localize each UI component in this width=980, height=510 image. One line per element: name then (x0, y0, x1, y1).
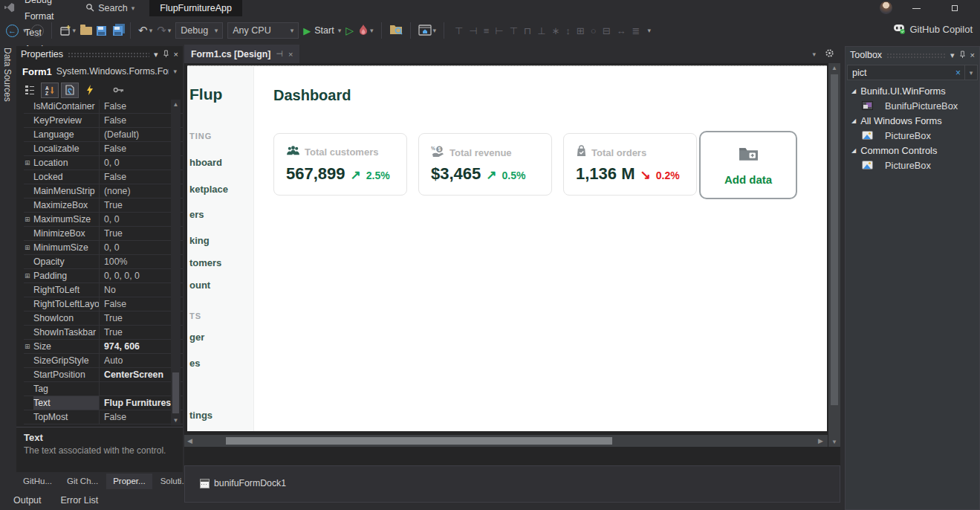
property-name[interactable]: SizeGripStyle (33, 354, 100, 367)
selected-object-row[interactable]: Form1 System.Windows.Forms.Form ▾ (16, 62, 183, 80)
property-row-KeyPreview[interactable]: KeyPreviewFalse (24, 114, 183, 128)
property-name[interactable]: Language (33, 128, 100, 141)
start-without-debugging-button[interactable]: ▷ (345, 25, 354, 36)
expander-icon[interactable]: ⊞ (24, 343, 33, 350)
undo-button[interactable]: ↶▾ (138, 24, 152, 37)
find-in-files-icon[interactable] (389, 24, 403, 38)
property-name[interactable]: IsMdiContainer (33, 100, 100, 113)
property-row-Size[interactable]: ⊞Size974, 606 (24, 340, 183, 354)
expander-icon[interactable]: ⊞ (24, 159, 33, 167)
categorized-icon[interactable] (21, 83, 39, 98)
property-row-RightToLeft[interactable]: RightToLeftNo (24, 283, 183, 297)
property-name[interactable]: MaximizeBox (33, 198, 100, 212)
scrollbar-thumb[interactable] (172, 372, 179, 413)
component-tray-item[interactable]: bunifuFormDock1 (200, 478, 286, 488)
window-position-icon[interactable]: ▾ (154, 50, 158, 59)
property-row-Tag[interactable]: Tag (24, 382, 183, 396)
property-name[interactable]: Location (33, 156, 100, 170)
save-button[interactable] (97, 26, 106, 36)
tab-close-icon[interactable]: × (288, 50, 293, 59)
designer-vertical-scrollbar[interactable]: ▲ ▼ (828, 63, 840, 447)
expander-icon[interactable]: ⊞ (24, 216, 33, 223)
sidebar-item-1[interactable]: hboard (189, 157, 222, 168)
scrollbar-thumb[interactable] (831, 74, 838, 405)
property-name[interactable]: KeyPreview (33, 114, 100, 127)
stat-card-0[interactable]: Total customers567,899↗2.5% (273, 133, 407, 196)
property-name[interactable]: Size (33, 340, 100, 353)
save-all-button[interactable] (113, 26, 123, 36)
property-name[interactable]: Locked (33, 170, 100, 184)
panel-tab-proper[interactable]: Proper... (106, 474, 152, 489)
property-name[interactable]: ShowInTaskbar (33, 326, 100, 339)
gear-icon[interactable] (825, 48, 834, 60)
panel-tab-githu[interactable]: GitHu... (16, 474, 59, 489)
bottom-tab-error-list[interactable]: Error List (61, 495, 99, 506)
events-icon[interactable] (81, 83, 99, 98)
open-file-button[interactable] (80, 27, 92, 35)
toolbox-item-bunifupicturebox[interactable]: BunifuPictureBox (846, 98, 979, 113)
property-row-MaximumSize[interactable]: ⊞MaximumSize0, 0 (24, 213, 183, 227)
property-row-IsMdiContainer[interactable]: IsMdiContainerFalse (24, 100, 183, 114)
menu-debug[interactable]: Debug (19, 0, 75, 8)
properties-view-icon[interactable] (61, 83, 79, 98)
property-name[interactable]: RightToLeftLayou (33, 297, 100, 311)
property-row-MinimizeBox[interactable]: MinimizeBoxTrue (24, 227, 183, 241)
property-row-Localizable[interactable]: LocalizableFalse (24, 142, 183, 156)
alphabetical-sort-icon[interactable]: AZ (41, 83, 59, 98)
navigate-back-button[interactable]: ← (6, 25, 19, 37)
property-grid-scrollbar[interactable]: ▲ ▼ (171, 100, 181, 425)
search-control[interactable]: Search ▾ (85, 3, 134, 14)
sidebar-item-2[interactable]: ketplace (189, 184, 228, 195)
sidebar-item-4[interactable]: king (189, 235, 210, 246)
minimize-button[interactable] (904, 0, 929, 16)
data-sources-rail[interactable]: Data Sources (0, 45, 16, 164)
solution-platform-dropdown[interactable]: Any CPU▾ (227, 22, 299, 39)
search-options-icon[interactable]: ▾ (964, 65, 977, 80)
property-name[interactable]: MainMenuStrip (33, 184, 100, 198)
property-row-SizeGripStyle[interactable]: SizeGripStyleAuto (24, 354, 183, 368)
bottom-tab-output[interactable]: Output (13, 495, 42, 506)
close-icon[interactable]: × (174, 50, 178, 59)
back-dropdown-icon[interactable]: ▾ (23, 27, 27, 34)
property-row-ShowIcon[interactable]: ShowIconTrue (24, 312, 183, 326)
property-row-MainMenuStrip[interactable]: MainMenuStrip(none) (24, 184, 183, 198)
sidebar-item-9[interactable]: es (189, 358, 200, 369)
toolbox-group-bunifuuiwinforms[interactable]: ◢Bunifu.UI.WinForms (846, 83, 979, 98)
property-name[interactable]: ShowIcon (33, 312, 100, 325)
property-name[interactable]: TopMost (33, 410, 100, 424)
property-row-RightToLeftLayou[interactable]: RightToLeftLayouFalse (24, 297, 183, 312)
sidebar-item-8[interactable]: ger (189, 332, 204, 343)
window-position-icon[interactable]: ▾ (950, 51, 955, 60)
clear-search-icon[interactable]: × (952, 68, 964, 78)
property-name[interactable]: MinimumSize (33, 241, 100, 254)
property-row-Language[interactable]: Language(Default) (24, 128, 183, 142)
sidebar-item-5[interactable]: tomers (189, 257, 221, 268)
property-name[interactable]: MaximumSize (33, 213, 100, 226)
property-row-TopMost[interactable]: TopMostFalse (24, 410, 183, 425)
document-tab[interactable]: Form1.cs [Design] ⊣ × (184, 45, 299, 63)
toolbar-overflow-icon[interactable]: ▾ (647, 27, 651, 34)
live-preview-button[interactable]: ▾ (418, 25, 437, 36)
property-name[interactable]: Tag (33, 382, 100, 396)
property-row-StartPosition[interactable]: StartPositionCenterScreen (24, 368, 183, 382)
tab-list-dropdown-icon[interactable]: ▾ (812, 51, 816, 58)
toolbox-item-picturebox[interactable]: PictureBox (846, 158, 979, 172)
github-copilot-button[interactable]: GitHub Copilot (893, 22, 973, 36)
form-sidebar[interactable]: Flup TINGhboardketplaceerskingtomersount… (187, 66, 254, 431)
tab-pin-icon[interactable]: ⊣ (276, 49, 283, 59)
new-project-button[interactable]: ▾ (59, 25, 77, 36)
toolbox-group-commoncontrols[interactable]: ◢Common Controls (846, 143, 979, 158)
stat-card-2[interactable]: Total orders1,136 M↘0.2% (563, 133, 697, 196)
start-debugging-button[interactable]: ▶ Start ▾ (303, 25, 341, 36)
property-row-Text[interactable]: TextFlup Furnitures (24, 396, 183, 410)
sidebar-item-3[interactable]: ers (189, 209, 204, 220)
property-name[interactable]: Text (33, 396, 100, 410)
panel-drag-texture[interactable] (886, 53, 946, 58)
property-row-MaximizeBox[interactable]: MaximizeBoxTrue (24, 198, 183, 213)
solution-configuration-dropdown[interactable]: Debug▾ (175, 22, 223, 39)
panel-drag-texture[interactable] (68, 52, 149, 57)
property-name[interactable]: RightToLeft (33, 283, 100, 297)
pin-icon[interactable] (163, 50, 169, 59)
toolbox-group-allwindowsforms[interactable]: ◢All Windows Forms (846, 113, 979, 128)
account-avatar[interactable] (880, 1, 892, 14)
